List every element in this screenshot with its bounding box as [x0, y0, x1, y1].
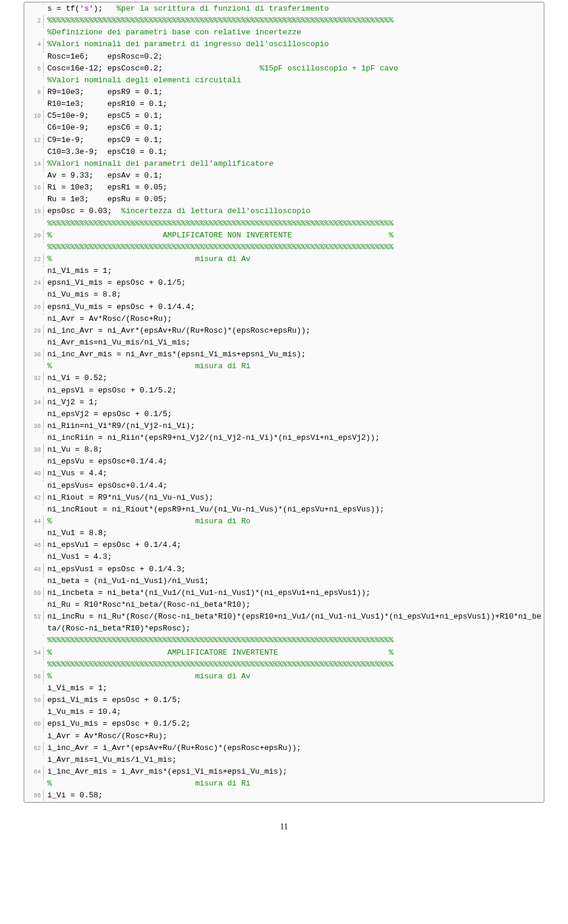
line-number: [24, 170, 44, 172]
code-content: ni_Vus = 4.4;: [44, 468, 544, 479]
code-line: 4%Valori nominali dei parametri di ingre…: [24, 38, 544, 50]
code-content: % misura di Ro: [44, 516, 544, 527]
line-number: [24, 146, 44, 148]
code-content: ni_incRiin = ni_Riin*(epsR9+ni_Vj2/(ni_V…: [44, 432, 544, 444]
code-content: %Valori nominali dei parametri di ingres…: [44, 38, 544, 50]
line-number: [24, 218, 44, 220]
line-number: 32: [24, 372, 44, 384]
code-line: 12C9=1e-9; epsC9 = 0.1;: [24, 134, 544, 146]
line-number: 10: [24, 110, 44, 121]
code-line: 30ni_inc_Avr_mis = ni_Avr_mis*(epsni_Vi_…: [24, 349, 544, 360]
code-content: R9=10e3; epsR9 = 0.1;: [44, 86, 544, 98]
code-line: 18epsOsc = 0.03; %incertezza di lettura …: [24, 205, 544, 217]
line-number: [24, 730, 44, 732]
code-line: ni_incRiout = ni_Riout*(epsR9+ni_Vu/(ni_…: [24, 504, 544, 516]
line-number: 56: [24, 671, 44, 682]
code-line: 6Cosc=16e-12; epsCosc=0.2; %15pF oscillo…: [24, 63, 544, 75]
code-line: 44% misura di Ro: [24, 516, 544, 527]
code-line: % misura di Ri: [24, 360, 544, 372]
line-number: 4: [24, 38, 44, 50]
code-line: ni_Avr_mis=ni_Vu_mis/ni_Vi_mis;: [24, 337, 544, 349]
code-line: 52ni_incRu = ni_Ru*(Rosc/(Rosc-ni_beta*R…: [24, 611, 544, 635]
line-number: [24, 98, 44, 100]
code-content: i_inc_Avr_mis = i_Avr_mis*(epsi_Vi_mis+e…: [44, 766, 544, 778]
code-content: i_inc_Avr = i_Avr*(epsAv+Ru/(Ru+Rosc)*(e…: [44, 742, 544, 754]
code-content: ni_Vi = 0.52;: [44, 372, 544, 384]
line-number: [24, 432, 44, 434]
code-content: % misura di Ri: [44, 360, 544, 372]
code-line: 24epsni_Vi_mis = epsOsc + 0.1/5;: [24, 277, 544, 289]
line-number: 34: [24, 397, 44, 408]
line-number: [24, 706, 44, 708]
code-line: %Definizione dei parametri base con rela…: [24, 27, 544, 38]
line-number: [24, 75, 44, 76]
line-number: 24: [24, 277, 44, 288]
line-number: 42: [24, 492, 44, 503]
code-content: ni_Vi_mis = 1;: [44, 265, 544, 277]
line-number: 16: [24, 182, 44, 193]
code-line: 62i_inc_Avr = i_Avr*(epsAv+Ru/(Ru+Rosc)*…: [24, 742, 544, 754]
line-number: 20: [24, 230, 44, 241]
code-listing: s = tf('s'); %per la scrittura di funzio…: [24, 2, 544, 803]
line-number: [24, 480, 44, 482]
code-content: ni_epsVus= epsOsc+0.1/4.4;: [44, 480, 544, 492]
code-line: i_Avr = Av*Rosc/(Rosc+Ru);: [24, 730, 544, 742]
code-content: ni_Vu1 = 8.8;: [44, 527, 544, 539]
code-content: %Valori nominali dei parametri dell'ampl…: [44, 158, 544, 170]
line-number: [24, 360, 44, 362]
code-content: ni_Vj2 = 1;: [44, 397, 544, 408]
line-number: 22: [24, 253, 44, 265]
code-line: ni_beta = (ni_Vu1-ni_Vus1)/ni_Vus1;: [24, 575, 544, 587]
code-content: %%%%%%%%%%%%%%%%%%%%%%%%%%%%%%%%%%%%%%%%…: [44, 635, 544, 646]
code-line: 22% misura di Av: [24, 253, 544, 265]
code-line: ni_Ru = R10*Rosc*ni_beta/(Rosc-ni_beta*R…: [24, 599, 544, 611]
code-line: s = tf('s'); %per la scrittura di funzio…: [24, 3, 544, 15]
code-content: ni_Riin=ni_Vi*R9/(ni_Vj2-ni_Vi);: [44, 420, 544, 432]
line-number: [24, 527, 44, 529]
code-content: % misura di Ri: [44, 778, 544, 790]
line-number: [24, 337, 44, 339]
line-number: 12: [24, 134, 44, 146]
line-number: [24, 682, 44, 684]
line-number: [24, 551, 44, 553]
code-line: i_Vi_mis = 1;: [24, 682, 544, 694]
code-content: %Definizione dei parametri base con rela…: [44, 27, 544, 38]
line-number: 8: [24, 86, 44, 98]
code-line: C6=10e-9; epsC6 = 0.1;: [24, 122, 544, 134]
line-number: 54: [24, 647, 44, 658]
code-content: % misura di Av: [44, 253, 544, 265]
code-content: %Valori nominali degli elementi circuita…: [44, 75, 544, 86]
code-line: %%%%%%%%%%%%%%%%%%%%%%%%%%%%%%%%%%%%%%%%…: [24, 242, 544, 253]
code-line: 38ni_Vu = 8.8;: [24, 444, 544, 456]
code-line: C10=3.3e-9; epsC10 = 0.1;: [24, 146, 544, 158]
code-content: epsOsc = 0.03; %incertezza di lettura de…: [44, 205, 544, 217]
line-number: [24, 289, 44, 291]
line-number: 26: [24, 301, 44, 313]
code-line: 46ni_epsVu1 = epsOsc + 0.1/4.4;: [24, 539, 544, 551]
code-line: %%%%%%%%%%%%%%%%%%%%%%%%%%%%%%%%%%%%%%%%…: [24, 218, 544, 230]
line-number: [24, 575, 44, 577]
code-line: R10=1e3; epsR10 = 0.1;: [24, 98, 544, 110]
line-number: [24, 504, 44, 506]
line-number: [24, 51, 44, 53]
code-line: Rosc=1e6; epsRosc=0.2;: [24, 51, 544, 63]
code-line: 58epsi_Vi_mis = epsOsc + 0.1/5;: [24, 694, 544, 706]
code-content: ni_epsVi = epsOsc + 0.1/5.2;: [44, 385, 544, 397]
code-content: ni_epsVu = epsOsc+0.1/4.4;: [44, 456, 544, 468]
line-number: 50: [24, 587, 44, 598]
code-line: %%%%%%%%%%%%%%%%%%%%%%%%%%%%%%%%%%%%%%%%…: [24, 659, 544, 671]
code-content: ni_Avr = Av*Rosc/(Rosc+Ru);: [44, 313, 544, 325]
line-number: 38: [24, 444, 44, 455]
line-number: 30: [24, 349, 44, 360]
code-content: ni_incRiout = ni_Riout*(epsR9+ni_Vu/(ni_…: [44, 504, 544, 516]
code-content: ni_Ru = R10*Rosc*ni_beta/(Rosc-ni_beta*R…: [44, 599, 544, 611]
line-number: 46: [24, 539, 44, 550]
code-content: ni_incbeta = ni_beta*(ni_Vu1/(ni_Vu1-ni_…: [44, 587, 544, 599]
page: s = tf('s'); %per la scrittura di funzio…: [0, 0, 568, 857]
code-line: 40ni_Vus = 4.4;: [24, 468, 544, 479]
code-line: 16Ri = 10e3; epsRi = 0.05;: [24, 182, 544, 194]
code-line: ni_epsVi = epsOsc + 0.1/5.2;: [24, 385, 544, 397]
code-line: ni_incRiin = ni_Riin*(epsR9+ni_Vj2/(ni_V…: [24, 432, 544, 444]
code-line: 42ni_Riout = R9*ni_Vus/(ni_Vu-ni_Vus);: [24, 492, 544, 504]
code-line: 26epsni_Vu_mis = epsOsc + 0.1/4.4;: [24, 301, 544, 313]
